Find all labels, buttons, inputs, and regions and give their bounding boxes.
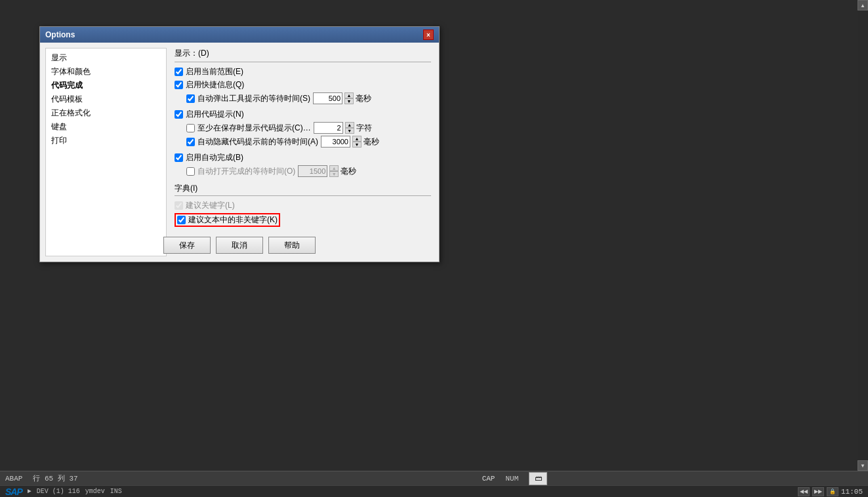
spinner-min-chars-up[interactable]: ▲ — [345, 122, 354, 128]
spinner-open-wait-btns: ▲ ▼ — [329, 165, 339, 177]
row-tooltip-wait: 自动弹出工具提示的等待时间(S) ▲ ▼ 毫秒 — [186, 92, 431, 104]
bottom-dev-text: DEV (1) 116 — [37, 488, 80, 495]
row-min-save-hint: 至少在保存时显示代码提示(C)… ▲ ▼ 字符 — [186, 122, 431, 134]
bottom-icon-1[interactable]: ◀◀ — [798, 487, 810, 496]
dialog-close-button[interactable]: × — [423, 30, 434, 40]
main-background: Options × 显示 字体和颜色 代码完成 代码模板 正在格式化 键盘 打印… — [0, 0, 868, 471]
cb-enable-code-hint[interactable] — [175, 110, 183, 119]
cb-auto-open-complete-label[interactable]: 自动打开完成的等待时间(O) — [186, 166, 295, 177]
cb-enable-code-hint-label[interactable]: 启用代码提示(N) — [175, 109, 244, 120]
status-bar-top: ABAP 行 65 列 37 CAP NUM 🗃 — [0, 471, 868, 485]
row-enable-autocomplete: 启用自动完成(B) — [175, 152, 431, 163]
status-bar: ABAP 行 65 列 37 CAP NUM 🗃 SAP ► DEV (1) 1… — [0, 471, 868, 497]
nav-item-font-color[interactable]: 字体和颜色 — [46, 65, 166, 79]
scroll-down-arrow[interactable]: ▼ — [858, 460, 868, 471]
nav-item-keyboard[interactable]: 键盘 — [46, 120, 166, 134]
unit-open-wait: 毫秒 — [341, 166, 356, 177]
help-button[interactable]: 帮助 — [268, 237, 316, 254]
cb-enable-range-label[interactable]: 启用当前范围(E) — [175, 66, 243, 77]
cb-auto-open-complete[interactable] — [186, 167, 195, 176]
divider-display — [175, 62, 431, 62]
nav-item-code-complete[interactable]: 代码完成 — [46, 79, 166, 92]
bottom-icon-3[interactable]: 🔒 — [827, 487, 838, 496]
spinner-tooltip-down[interactable]: ▼ — [344, 98, 354, 104]
spinner-hide-wait-up[interactable]: ▲ — [352, 136, 362, 142]
cb-suggest-keyword-label[interactable]: 建议关键字(L) — [175, 200, 235, 211]
highlight-border: 建议文本中的非关键字(K) — [175, 213, 280, 227]
cb-enable-code-hint-text: 启用代码提示(N) — [186, 109, 244, 120]
cb-suggest-nonkeyword-text: 建议文本中的非关键字(K) — [188, 214, 278, 226]
cb-enable-range-text: 启用当前范围(E) — [186, 66, 243, 77]
cb-suggest-nonkeyword-label[interactable]: 建议文本中的非关键字(K) — [177, 214, 278, 226]
dialog-titlebar: Options × — [40, 27, 439, 43]
spinner-tooltip-up[interactable]: ▲ — [344, 92, 354, 98]
dialog-body: 显示 字体和颜色 代码完成 代码模板 正在格式化 键盘 打印 显示：(D) 启用… — [40, 43, 439, 262]
cb-enable-autocomplete[interactable] — [175, 153, 183, 162]
cb-enable-quickinfo[interactable] — [175, 81, 183, 89]
cb-suggest-keyword[interactable] — [175, 201, 183, 210]
row-suggest-keyword: 建议关键字(L) — [175, 200, 431, 211]
cb-auto-hide-hint-label[interactable]: 自动隐藏代码提示前的等待时间(A) — [186, 136, 318, 148]
row-enable-code-hint: 启用代码提示(N) — [175, 109, 431, 120]
left-nav-panel: 显示 字体和颜色 代码完成 代码模板 正在格式化 键盘 打印 — [45, 48, 167, 256]
cancel-button[interactable]: 取消 — [216, 237, 263, 254]
status-num: NUM — [505, 475, 518, 483]
spinner-open-wait: ▲ ▼ 毫秒 — [298, 165, 356, 177]
cb-min-save-hint-label[interactable]: 至少在保存时显示代码提示(C)… — [186, 123, 311, 134]
scroll-track — [858, 10, 868, 460]
cb-min-save-hint[interactable] — [186, 124, 195, 132]
cb-tooltip-wait-text: 自动弹出工具提示的等待时间(S) — [197, 93, 310, 104]
cb-suggest-nonkeyword[interactable] — [177, 216, 186, 224]
row-auto-hide-hint: 自动隐藏代码提示前的等待时间(A) ▲ ▼ 毫秒 — [186, 136, 431, 148]
cb-enable-quickinfo-label[interactable]: 启用快捷信息(Q) — [175, 79, 244, 90]
status-time: 11:05 — [841, 488, 863, 496]
scroll-up-arrow[interactable]: ▲ — [858, 0, 868, 10]
bottom-user: ymdev — [85, 488, 105, 495]
dialog-title: Options — [45, 30, 75, 39]
spinner-tooltip: ▲ ▼ 毫秒 — [313, 92, 371, 104]
divider-dict — [175, 195, 431, 196]
row-auto-open-complete: 自动打开完成的等待时间(O) ▲ ▼ 毫秒 — [186, 165, 431, 177]
spinner-open-wait-up[interactable]: ▲ — [329, 165, 339, 171]
spinner-hide-wait-input[interactable] — [321, 136, 350, 148]
status-bar-bottom: SAP ► DEV (1) 116 ymdev INS ◀◀ ▶▶ 🔒 11:0… — [0, 485, 868, 497]
spinner-open-wait-input[interactable] — [298, 165, 327, 177]
cb-auto-hide-hint[interactable] — [186, 138, 195, 146]
bottom-right-icons: ◀◀ ▶▶ 🔒 11:05 — [798, 487, 863, 496]
cb-suggest-keyword-text: 建议关键字(L) — [186, 200, 235, 211]
cb-enable-range[interactable] — [175, 68, 183, 76]
status-row-col: 行 65 列 37 — [33, 473, 77, 483]
spinner-min-chars-down[interactable]: ▼ — [345, 128, 354, 134]
nav-item-print[interactable]: 打印 — [46, 134, 166, 148]
status-icon-btn[interactable]: 🗃 — [529, 472, 547, 485]
nav-item-code-template[interactable]: 代码模板 — [46, 92, 166, 106]
section-display-title: 显示：(D) — [175, 48, 431, 59]
cb-tooltip-wait-label[interactable]: 自动弹出工具提示的等待时间(S) — [186, 93, 310, 104]
row-suggest-nonkeyword: 建议文本中的非关键字(K) — [175, 213, 431, 227]
bottom-ins: INS — [110, 488, 122, 495]
cb-auto-open-complete-text: 自动打开完成的等待时间(O) — [197, 166, 295, 177]
spinner-tooltip-btns: ▲ ▼ — [344, 92, 354, 104]
cb-tooltip-wait[interactable] — [186, 94, 195, 103]
spinner-min-chars: ▲ ▼ 字符 — [314, 122, 372, 134]
nav-item-formatting[interactable]: 正在格式化 — [46, 106, 166, 120]
spinner-tooltip-input[interactable] — [313, 92, 342, 104]
spinner-hide-wait-down[interactable]: ▼ — [352, 142, 362, 148]
unit-chars: 字符 — [356, 123, 372, 134]
cb-enable-autocomplete-label[interactable]: 启用自动完成(B) — [175, 152, 243, 163]
nav-item-display[interactable]: 显示 — [46, 51, 166, 65]
status-cap: CAP — [482, 475, 495, 483]
status-abap: ABAP — [5, 475, 22, 483]
cb-auto-hide-hint-text: 自动隐藏代码提示前的等待时间(A) — [197, 136, 318, 148]
unit-hide-wait: 毫秒 — [363, 136, 379, 148]
bottom-icon-2[interactable]: ▶▶ — [812, 487, 824, 496]
spinner-min-chars-input[interactable] — [314, 122, 343, 134]
dialog-button-row: 保存 取消 帮助 — [40, 237, 439, 254]
spinner-min-chars-btns: ▲ ▼ — [345, 122, 354, 134]
spinner-hide-wait-btns: ▲ ▼ — [352, 136, 362, 148]
save-button[interactable]: 保存 — [163, 237, 211, 254]
spinner-open-wait-down[interactable]: ▼ — [329, 171, 339, 177]
spinner-hide-wait: ▲ ▼ 毫秒 — [321, 136, 379, 148]
options-dialog: Options × 显示 字体和颜色 代码完成 代码模板 正在格式化 键盘 打印… — [39, 26, 440, 262]
cb-enable-autocomplete-text: 启用自动完成(B) — [186, 152, 243, 163]
